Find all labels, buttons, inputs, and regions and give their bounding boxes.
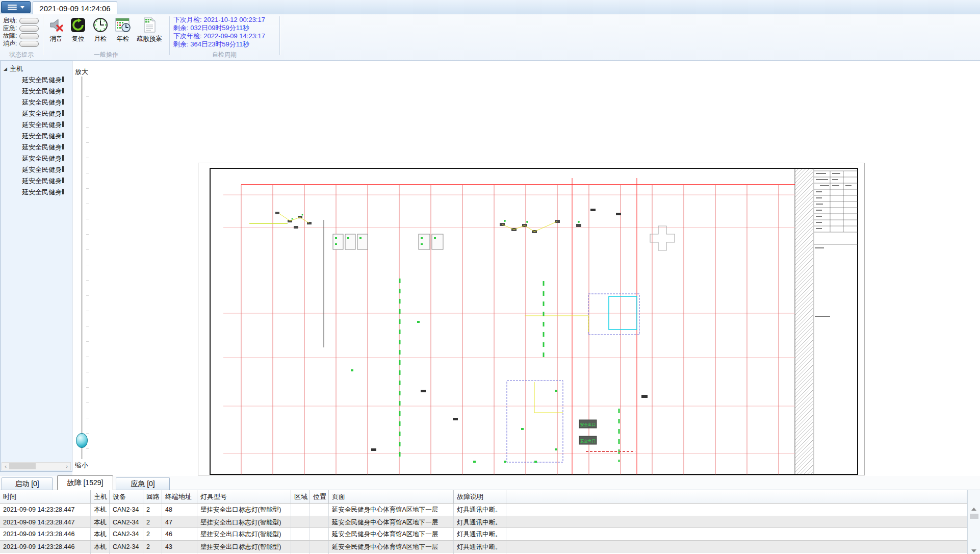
fault-table-row[interactable]: 2021-09-09 14:23:28.447 本机 CAN2-34 2 48 …: [0, 503, 967, 516]
col-header-loop[interactable]: 回路: [143, 490, 162, 503]
tab-fault-events[interactable]: 故障 [1529]: [57, 475, 113, 490]
scroll-up-arrow-icon[interactable]: [971, 508, 976, 511]
exit-sign-text: 安全出口: [580, 422, 596, 427]
tree-horizontal-scrollbar[interactable]: ‹ ›: [2, 462, 71, 470]
mute-button[interactable]: 消音: [44, 16, 68, 47]
tab-start-events[interactable]: 启动 [0]: [2, 477, 53, 490]
next-monthly-check-text: 下次月检: 2021-10-12 00:23:17: [173, 16, 280, 24]
tree-root-label: 主机: [10, 64, 23, 73]
zoom-slider-knob[interactable]: [76, 433, 88, 448]
tree-expand-icon[interactable]: ◢: [4, 66, 7, 71]
cell-time: 2021-09-09 14:23:28.447: [0, 516, 91, 527]
tree-item-page[interactable]: 延安全民健身: [1, 187, 72, 198]
hamburger-icon: [8, 4, 17, 11]
cell-device: CAN2-34: [110, 516, 143, 527]
cell-loop: 2: [143, 528, 162, 540]
fault-table-row[interactable]: 2021-09-09 14:23:28.446 本机 CAN2-34 2 43 …: [0, 540, 967, 552]
fault-table-body: 2021-09-09 14:23:28.447 本机 CAN2-34 2 48 …: [0, 503, 967, 554]
cell-area: [291, 541, 310, 552]
status-group-caption: 状态提示: [0, 51, 43, 59]
button-label: 年检: [117, 35, 130, 43]
zoom-slider-ticks: [86, 82, 89, 454]
cell-lamp-model: 壁挂安全出口标志灯(智能型): [197, 516, 291, 527]
cell-time: 2021-09-09 14:23:28.447: [0, 503, 91, 516]
fault-table-row[interactable]: 2021-09-09 14:23:28.446 本机 CAN2-34 2 46 …: [0, 528, 967, 540]
cell-loop: 2: [143, 503, 162, 516]
scrollbar-thumb[interactable]: [9, 463, 36, 469]
fault-table-header: 时间 主机 设备 回路 终端地址 灯具型号 区域 位置 页面 故障说明: [0, 490, 967, 503]
button-label: 疏散预案: [137, 35, 162, 43]
cell-fault-description: 灯具通讯中断。: [454, 516, 506, 527]
page-tree-panel: ◢ 主机 延安全民健身 延安全民健身 延安全民健身 延安全民健身 延安全民健身 …: [0, 61, 72, 472]
col-header-lamp-model[interactable]: 灯具型号: [197, 490, 291, 503]
cell-page: 延安全民健身中心体育馆A区地下一层: [329, 503, 454, 516]
cell-area: [291, 516, 310, 527]
col-header-device[interactable]: 设备: [110, 490, 143, 503]
reset-button[interactable]: 复位: [66, 16, 90, 47]
col-header-terminal-address[interactable]: 终端地址: [162, 490, 197, 503]
cell-location: [310, 528, 329, 540]
cad-floorplan-drawing: 安全出口 安全出口: [198, 163, 865, 475]
app-window: { "titlebar": { "time_tab": "2021-09-09 …: [0, 0, 980, 554]
monthly-inspection-button[interactable]: 月检: [88, 16, 113, 47]
col-header-fault-description[interactable]: 故障说明: [454, 490, 506, 503]
tree-item-list: 延安全民健身 延安全民健身 延安全民健身 延安全民健身 延安全民健身 延安全民健…: [1, 74, 72, 198]
tree-item-page[interactable]: 延安全民健身: [1, 142, 72, 153]
col-header-location[interactable]: 位置: [310, 490, 329, 503]
cell-time: 2021-09-09 14:23:28.446: [0, 528, 91, 540]
tree-item-page[interactable]: 延安全民健身: [1, 119, 72, 131]
next-annual-check-text: 下次年检: 2022-09-09 14:23:17: [173, 32, 280, 40]
cell-fault-description: 灯具通讯中断。: [454, 503, 506, 516]
silence-indicator: [19, 41, 39, 47]
monthly-remaining-text: 剩余: 032日09时59分11秒: [173, 24, 280, 32]
tree-item-page[interactable]: 延安全民健身: [1, 74, 72, 86]
status-row-fault: 故障:: [3, 32, 39, 40]
cell-fault-description: 灯具通讯中断。: [454, 528, 506, 540]
zoom-in-label[interactable]: 放大: [75, 67, 88, 77]
clock-tab[interactable]: 2021-09-09 14:24:06: [33, 2, 117, 15]
cell-host: 本机: [91, 528, 110, 540]
zoom-slider-track[interactable]: [81, 77, 83, 459]
tree-item-page[interactable]: 延安全民健身: [1, 164, 72, 175]
annual-inspection-button[interactable]: 年检: [111, 16, 135, 47]
safety-exit-sign: 安全出口: [579, 420, 597, 428]
group-separator: [169, 16, 170, 55]
cell-page: 延安全民健身中心体育馆A区地下一层: [329, 516, 454, 527]
cell-page: 延安全民健身中心体育馆A区地下一层: [329, 528, 454, 540]
cad-drawing-svg: 安全出口 安全出口: [198, 163, 865, 475]
tree-item-page[interactable]: 延安全民健身: [1, 97, 72, 108]
status-label: 消声:: [3, 39, 19, 48]
start-indicator: [19, 18, 39, 24]
fault-table-row[interactable]: 2021-09-09 14:23:28.447 本机 CAN2-34 2 47 …: [0, 516, 967, 528]
tree-item-page[interactable]: 延安全民健身: [1, 153, 72, 164]
main-menu-button[interactable]: [1, 1, 31, 13]
tree-item-page[interactable]: 延安全民健身: [1, 131, 72, 142]
tab-emergency-events[interactable]: 应急 [0]: [116, 477, 170, 490]
zoom-out-label[interactable]: 缩小: [75, 461, 88, 470]
status-row-emergency: 应急:: [3, 24, 39, 32]
cell-terminal-address: 47: [162, 516, 197, 527]
scroll-right-arrow-icon[interactable]: ›: [63, 463, 70, 470]
scrollbar-thumb[interactable]: [970, 514, 978, 519]
cell-terminal-address: 48: [162, 503, 197, 516]
col-header-page[interactable]: 页面: [329, 490, 454, 503]
tree-item-page[interactable]: 延安全民健身: [1, 175, 72, 187]
cell-location: [310, 503, 329, 516]
ribbon-toolbar: 启动: 应急: 故障: 消声: 状态提示 消音 复位: [0, 14, 980, 61]
exit-sign-text: 安全出口: [580, 439, 596, 443]
tree-item-page[interactable]: 延安全民健身: [1, 86, 72, 97]
col-header-area[interactable]: 区域: [291, 490, 310, 503]
annual-remaining-text: 剩余: 364日23时59分11秒: [173, 40, 280, 48]
scroll-down-arrow-icon[interactable]: [971, 549, 976, 552]
table-vertical-scrollbar[interactable]: [967, 490, 980, 554]
fault-table: 时间 主机 设备 回路 终端地址 灯具型号 区域 位置 页面 故障说明 2021…: [0, 490, 980, 554]
col-header-time[interactable]: 时间: [0, 490, 91, 503]
group-separator: [43, 16, 43, 55]
cell-device: CAN2-34: [110, 503, 143, 516]
col-header-host[interactable]: 主机: [91, 490, 110, 503]
tree-root-host[interactable]: ◢ 主机: [4, 64, 23, 73]
scroll-left-arrow-icon[interactable]: ‹: [2, 463, 9, 470]
tree-item-page[interactable]: 延安全民健身: [1, 108, 72, 119]
event-tab-strip: 启动 [0] 故障 [1529] 应急 [0]: [0, 476, 980, 490]
evacuation-plan-button[interactable]: 疏散预案: [135, 16, 164, 47]
